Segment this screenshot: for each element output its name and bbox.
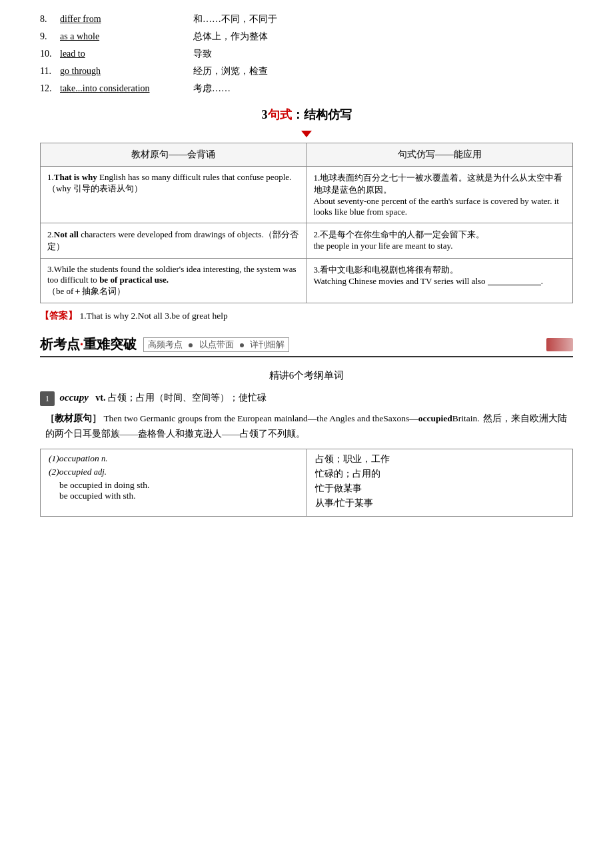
vocab-meaning-8: 和……不同，不同于 <box>193 13 277 25</box>
vocab-item-11: 11. go through 经历，浏览，检查 <box>40 65 573 77</box>
pattern-table: 教材原句——会背诵 句式仿写——能应用 1.That is why Englis… <box>40 143 573 303</box>
word-meaning-1: 占领；占用（时间、空间等）；使忙碌 <box>108 393 267 403</box>
vocab-num-9: 9. <box>40 31 60 42</box>
vocab-num-8: 8. <box>40 14 60 25</box>
word-occupy: occupy <box>60 392 89 403</box>
deriv-term-1: (1)occupation <box>49 453 99 463</box>
deriv-pos-2: adj. <box>94 467 107 477</box>
deriv-item-1: (1)occupation n. <box>49 453 299 464</box>
deriv-sub-meaning-2: 从事/忙于某事 <box>315 497 565 509</box>
word-entry-title: 1 occupy vt. 占领；占用（时间、空间等）；使忙碌 <box>40 391 573 406</box>
pattern-right-3-text: 3.看中文电影和电视剧也将很有帮助。Watching Chinese movie… <box>314 265 544 286</box>
heading-label: 句式 <box>268 108 292 121</box>
subtitle-part3: 详刊细解 <box>250 339 285 349</box>
pattern-right-1: 1.地球表面约百分之七十一被水覆盖着。这就是为什么从太空中看地球是蓝色的原因。A… <box>306 167 573 223</box>
vocab-term-10: lead to <box>60 49 193 59</box>
header-decoration-icon <box>546 338 573 351</box>
vocab-item-9: 9. as a whole 总体上，作为整体 <box>40 31 573 43</box>
deriv-left-1: (1)occupation n. (2)occupied adj. be occ… <box>41 449 307 516</box>
pattern-left-3: 3.While the students found the soldier's… <box>41 259 307 303</box>
vocab-item-12: 12. take...into consideration 考虑…… <box>40 83 573 95</box>
deriv-term-2: (2)occupied <box>49 467 91 477</box>
word-entry-occupy: 1 occupy vt. 占领；占用（时间、空间等）；使忙碌 ［教材原句］ Th… <box>40 391 573 517</box>
pattern-right-3: 3.看中文电影和电视剧也将很有帮助。Watching Chinese movie… <box>306 259 573 303</box>
deriv-row-1: (1)occupation n. (2)occupied adj. be occ… <box>41 449 573 516</box>
word-pos-1: vt. <box>95 393 105 403</box>
pattern-left-1: 1.That is why English has so many diffic… <box>41 167 307 223</box>
analysis-header: 析考点·重难突破 高频考点 以点带面 详刊细解 <box>40 335 573 357</box>
deriv-right-1: 占领；职业，工作 忙碌的；占用的 忙于做某事 从事/忙于某事 <box>306 449 573 516</box>
sep2 <box>240 343 244 347</box>
vocab-meaning-11: 经历，浏览，检查 <box>193 65 268 77</box>
deriv-sub-1: be occupied in doing sth. <box>59 480 299 491</box>
deriv-table-1: (1)occupation n. (2)occupied adj. be occ… <box>40 449 573 517</box>
pattern-left-2-text: 2.Not all characters were developed from… <box>47 229 299 251</box>
pattern-section-heading: 3句式：结构仿写 <box>40 107 573 123</box>
orig-block-1: ［教材原句］ Then two Germanic groups from the… <box>45 411 573 442</box>
vocab-num-10: 10. <box>40 49 60 59</box>
vocab-term-11: go through <box>60 66 193 77</box>
vocab-item-8: 8. differ from 和……不同，不同于 <box>40 13 573 25</box>
pattern-left-2: 2.Not all characters were developed from… <box>41 223 307 259</box>
deriv-sub-2: be occupied with sth. <box>59 491 299 501</box>
vocab-meaning-9: 总体上，作为整体 <box>193 31 268 43</box>
pattern-right-2-text: 2.不是每个在你生命中的人都一定会留下来。the people in your … <box>314 229 485 251</box>
vocab-term-12: take...into consideration <box>60 83 193 94</box>
lecture-heading-text: 精讲6个考纲单词 <box>269 370 344 381</box>
triangle-icon <box>301 131 312 137</box>
deriv-pos-1: n. <box>101 454 107 463</box>
answers-text: 1.That is why 2.Not all 3.be of great he… <box>79 311 227 321</box>
pattern-left-1-text: 1.That is why English has so many diffic… <box>47 172 291 193</box>
pattern-left-3-text: 3.While the students found the soldier's… <box>47 264 297 296</box>
orig-en-1: Then two Germanic groups from the Europe… <box>103 413 479 423</box>
col1-header: 教材原句——会背诵 <box>41 143 307 167</box>
vocab-list: 8. differ from 和……不同，不同于 9. as a whole 总… <box>40 13 573 95</box>
deriv-meaning-2: 忙碌的；占用的 <box>315 468 565 480</box>
deriv-item-2: (2)occupied adj. <box>49 467 299 477</box>
orig-label-1: ［教材原句］ <box>45 413 101 423</box>
lecture-heading: 精讲6个考纲单词 <box>40 369 573 382</box>
subtitle-part1: 高频考点 <box>148 339 183 349</box>
pattern-row-3: 3.While the students found the soldier's… <box>41 259 573 303</box>
vocab-meaning-12: 考虑…… <box>193 83 231 95</box>
word-num-1: 1 <box>40 391 55 406</box>
vocab-meaning-10: 导致 <box>193 48 212 60</box>
analysis-main-title: 析考点·重难突破 <box>40 335 137 353</box>
subtitle-part2: 以点带面 <box>199 339 234 349</box>
sep1 <box>189 343 193 347</box>
pattern-right-2: 2.不是每个在你生命中的人都一定会留下来。the people in your … <box>306 223 573 259</box>
deriv-meaning-1: 占领；职业，工作 <box>315 453 565 465</box>
deriv-sub-meaning-1: 忙于做某事 <box>315 483 565 495</box>
pattern-row-2: 2.Not all characters were developed from… <box>41 223 573 259</box>
vocab-term-9: as a whole <box>60 31 193 42</box>
pattern-right-1-text: 1.地球表面约百分之七十一被水覆盖着。这就是为什么从太空中看地球是蓝色的原因。A… <box>314 173 563 217</box>
vocab-item-10: 10. lead to 导致 <box>40 48 573 60</box>
answer-tag: 【答案】 <box>40 311 77 321</box>
vocab-num-11: 11. <box>40 66 60 77</box>
col2-header: 句式仿写——能应用 <box>306 143 573 167</box>
vocab-num-12: 12. <box>40 83 60 94</box>
vocab-term-8: differ from <box>60 14 193 25</box>
heading-num: 3 <box>262 108 268 121</box>
heading-text: 结构仿写 <box>304 108 352 121</box>
pattern-row-1: 1.That is why English has so many diffic… <box>41 167 573 223</box>
answer-line: 【答案】 1.That is why 2.Not all 3.be of gre… <box>40 310 573 322</box>
subtitle-bar: 高频考点 以点带面 详刊细解 <box>143 337 289 352</box>
